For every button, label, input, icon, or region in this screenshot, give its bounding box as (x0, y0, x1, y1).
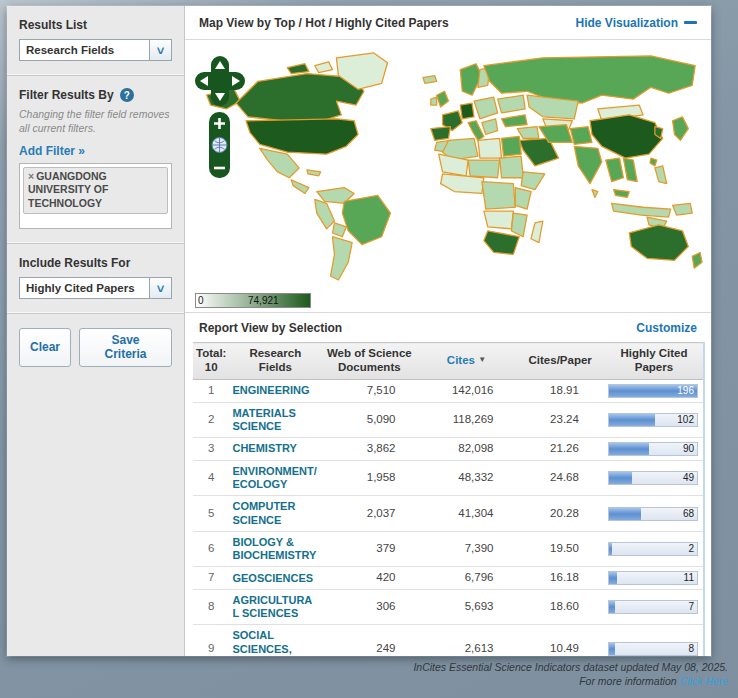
map-country[interactable] (502, 136, 522, 156)
map-country[interactable] (484, 231, 519, 255)
map-country[interactable] (431, 127, 451, 141)
help-icon[interactable]: ? (120, 88, 134, 102)
row-docs: 1,958 (321, 460, 417, 495)
highly-cited-bar[interactable]: 8 (608, 642, 698, 656)
map-country[interactable] (236, 74, 364, 123)
map-country[interactable] (629, 225, 688, 260)
highly-cited-bar[interactable]: 90 (608, 442, 698, 456)
map-country[interactable] (441, 174, 484, 194)
map-country[interactable] (515, 188, 531, 210)
map-country[interactable] (517, 127, 539, 139)
map-country[interactable] (478, 138, 502, 158)
save-criteria-button[interactable]: Save Criteria (79, 328, 172, 367)
bar-value: 90 (683, 443, 694, 455)
map-country[interactable] (468, 121, 484, 141)
map-country[interactable] (655, 166, 667, 184)
column-header-research-fields[interactable]: Research Fields (229, 343, 321, 380)
highly-cited-bar[interactable]: 49 (608, 471, 698, 485)
remove-filter-icon[interactable]: × (28, 170, 34, 182)
row-cites: 2,613 (418, 625, 516, 656)
highly-cited-bar[interactable]: 102 (608, 413, 698, 427)
map-country[interactable] (482, 182, 515, 210)
research-field-link[interactable]: SOCIAL SCIENCES, GENERAL (232, 629, 318, 656)
highly-cited-bar[interactable]: 11 (608, 571, 698, 585)
filter-tag: ×GUANGDONG UNIVERSITY OF TECHNOLOGY (23, 167, 168, 213)
map-country[interactable] (468, 160, 499, 178)
map-country[interactable] (437, 91, 449, 107)
map-country[interactable] (482, 119, 498, 135)
column-header-wos-documents[interactable]: Web of Science Documents (321, 343, 417, 380)
map-country[interactable] (500, 156, 524, 178)
report-view-title: Report View by Selection (199, 321, 636, 335)
filter-tag-list: ×GUANGDONG UNIVERSITY OF TECHNOLOGY (19, 163, 172, 229)
world-map[interactable] (189, 44, 705, 284)
map-country[interactable] (606, 158, 624, 182)
map-country[interactable] (521, 172, 545, 190)
map-country[interactable] (511, 213, 527, 237)
map-country[interactable] (614, 190, 630, 198)
map-country[interactable] (291, 180, 309, 194)
research-field-link[interactable]: CHEMISTRY (232, 442, 318, 455)
customize-link[interactable]: Customize (636, 321, 697, 335)
map-country[interactable] (431, 97, 437, 105)
research-field-link[interactable]: GEOSCIENCES (232, 572, 318, 585)
map-country[interactable] (498, 95, 526, 113)
map-country[interactable] (574, 146, 602, 183)
clear-button[interactable]: Clear (19, 328, 71, 367)
hide-visualization-label: Hide Visualization (576, 16, 678, 30)
map-country[interactable] (590, 115, 663, 158)
column-header-total: Total:10 (193, 343, 229, 380)
row-highly-cited: 2 (605, 531, 704, 566)
map-zoom-control[interactable] (209, 112, 230, 178)
click-here-link[interactable]: Click Here (680, 675, 728, 687)
row-cites-per-paper: 18.60 (515, 590, 604, 625)
research-field-link[interactable]: ENGINEERING (232, 384, 318, 397)
map-country[interactable] (307, 170, 321, 176)
map-country[interactable] (673, 117, 689, 141)
map-country[interactable] (474, 97, 498, 119)
map-country[interactable] (331, 237, 353, 280)
results-list-value: Research Fields (20, 40, 149, 60)
map-country[interactable] (315, 62, 333, 73)
column-header-highly-cited-papers[interactable]: Highly Cited Papers (605, 343, 704, 380)
research-field-link[interactable]: COMPUTER SCIENCE (232, 500, 318, 526)
research-field-link[interactable]: BIOLOGY & BIOCHEMISTRY (232, 536, 318, 562)
map-country[interactable] (460, 103, 474, 119)
map-pan-control[interactable] (195, 56, 245, 106)
row-cites: 142,016 (418, 379, 516, 402)
map-country[interactable] (423, 76, 437, 84)
row-highly-cited: 90 (605, 437, 704, 460)
map-country[interactable] (623, 158, 637, 182)
map-country[interactable] (332, 223, 346, 237)
map-country[interactable] (592, 190, 598, 198)
map-country[interactable] (650, 158, 657, 166)
row-cites: 6,796 (418, 567, 516, 590)
highly-cited-bar[interactable]: 68 (608, 507, 698, 521)
map-country[interactable] (484, 211, 513, 229)
highly-cited-bar[interactable]: 2 (608, 542, 698, 556)
add-filter-link[interactable]: Add Filter » (19, 144, 85, 158)
report-table-container: Total:10 Research Fields Web of Science … (185, 342, 711, 656)
column-header-cites-per-paper[interactable]: Cites/Paper (515, 343, 604, 380)
research-field-link[interactable]: AGRICULTURAL SCIENCES (232, 594, 318, 620)
map-country[interactable] (502, 115, 528, 127)
map-country[interactable] (673, 203, 693, 215)
row-cites: 41,304 (418, 496, 516, 531)
hide-visualization-link[interactable]: Hide Visualization (576, 16, 697, 30)
map-country[interactable] (692, 252, 702, 268)
research-field-link[interactable]: ENVIRONMENT/ECOLOGY (232, 465, 318, 491)
highly-cited-bar[interactable]: 7 (608, 600, 698, 614)
column-header-cites[interactable]: Cites ▼ (418, 343, 516, 380)
legend-min-value: 0 (198, 295, 204, 306)
research-field-link[interactable]: MATERIALS SCIENCE (232, 407, 318, 433)
results-list-select[interactable]: Research Fields ˅ (19, 39, 172, 61)
row-highly-cited: 7 (605, 590, 704, 625)
highly-cited-bar[interactable]: 196 (608, 384, 698, 398)
map-country[interactable] (570, 127, 592, 145)
map-country[interactable] (531, 221, 543, 243)
map-country[interactable] (287, 64, 309, 74)
map-country[interactable] (315, 199, 335, 228)
map-country[interactable] (342, 195, 390, 244)
map-country[interactable] (612, 203, 671, 217)
include-results-select[interactable]: Highly Cited Papers ˅ (19, 277, 172, 299)
